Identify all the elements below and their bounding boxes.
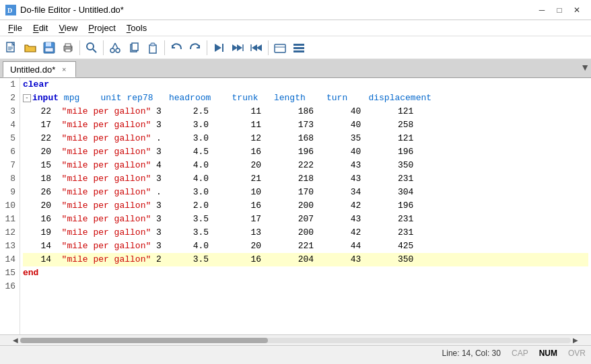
col-header-unit: unit — [100, 92, 121, 105]
code-lines[interactable]: clear - input mpg unit rep78 headroom tr… — [20, 78, 591, 334]
code-line-12: 19 "mile per gallon" 3 3.5 13 200 42 231 — [23, 226, 588, 240]
line-num-2: 2 — [4, 92, 15, 105]
close-button[interactable]: ✕ — [568, 3, 586, 17]
code-container[interactable]: 1 2 3 4 5 6 7 8 9 10 11 12 13 14 15 16 c… — [0, 78, 591, 334]
col-space3 — [153, 92, 169, 105]
status-bar: Line: 14, Col: 30 CAP NUM OVR — [0, 345, 591, 360]
execute-from-button[interactable] — [248, 39, 265, 57]
fold-button-2[interactable]: - — [23, 94, 31, 102]
tab-close-button[interactable]: × — [59, 65, 69, 74]
col-space7 — [347, 92, 368, 105]
line-num-9: 9 — [4, 186, 15, 199]
menu-edit[interactable]: Edit — [28, 22, 53, 34]
menu-view[interactable]: View — [53, 22, 83, 34]
col-space6 — [306, 92, 326, 105]
horizontal-scrollbar[interactable]: ◀ ▶ — [0, 334, 591, 345]
tab-untitled[interactable]: Untitled.do* × — [3, 61, 76, 77]
col-space4 — [211, 92, 232, 105]
window-controls: ─ □ ✕ — [533, 3, 586, 17]
svg-point-15 — [110, 48, 114, 52]
title-bar-left: D Do-file Editor - Untitled.do* — [5, 5, 124, 15]
col-header-rep78: rep78 — [127, 92, 153, 105]
open-file-button[interactable] — [22, 39, 39, 57]
status-cap: CAP — [512, 349, 528, 358]
code-line-11: 16 "mile per gallon" 3 3.5 17 207 43 231 — [23, 213, 588, 226]
keyword-input: input — [32, 92, 59, 105]
status-ovr: OVR — [568, 349, 586, 358]
minimize-button[interactable]: ─ — [533, 3, 551, 17]
svg-marker-30 — [256, 44, 262, 51]
toolbar — [0, 36, 591, 59]
code-line-14: 14 "mile per gallon" 2 3.5 16 204 43 350 — [23, 253, 588, 266]
col-space5 — [258, 92, 274, 105]
line-num-5: 5 — [4, 132, 15, 145]
svg-line-14 — [93, 49, 96, 52]
svg-rect-31 — [275, 44, 285, 52]
window-title: Do-file Editor - Untitled.do* — [20, 5, 124, 15]
status-line-col: Line: 14, Col: 30 — [442, 349, 501, 358]
paste-button[interactable] — [144, 39, 162, 57]
maximize-button[interactable]: □ — [551, 3, 568, 17]
menu-file[interactable]: File — [3, 22, 28, 34]
line-num-4: 4 — [4, 118, 15, 132]
copy-button[interactable] — [125, 39, 143, 57]
svg-line-17 — [112, 43, 115, 48]
code-line-2: - input mpg unit rep78 headroom trunk le… — [23, 92, 588, 105]
execute-to-button[interactable] — [229, 39, 246, 57]
menu-tools[interactable]: Tools — [121, 22, 152, 34]
redo-button[interactable] — [186, 39, 204, 57]
line-num-10: 10 — [4, 199, 15, 213]
svg-rect-22 — [151, 43, 155, 46]
line-num-15: 15 — [4, 266, 15, 280]
code-line-4: 17 "mile per gallon" 3 3.0 11 173 40 258 — [23, 118, 588, 132]
svg-rect-33 — [293, 44, 304, 46]
status-num: NUM — [539, 349, 557, 358]
tabs-scroll-icon[interactable]: ▼ — [580, 62, 590, 73]
find-button[interactable] — [83, 39, 100, 57]
more-button[interactable] — [290, 39, 308, 57]
menu-bar: File Edit View Project Tools — [0, 20, 591, 36]
svg-marker-26 — [237, 44, 242, 51]
code-line-6: 20 "mile per gallon" 3 4.5 16 196 40 196 — [23, 145, 588, 159]
tab-label: Untitled.do* — [10, 65, 55, 75]
code-line-3: 22 "mile per gallon" 3 2.5 11 186 40 121 — [23, 105, 588, 118]
col-header-length: length — [274, 92, 306, 105]
code-line-10: 20 "mile per gallon" 3 2.0 16 200 42 196 — [23, 199, 588, 213]
col-header-displacement: displacement — [368, 92, 431, 105]
svg-rect-7 — [46, 42, 51, 46]
execute-all-button[interactable] — [210, 39, 228, 57]
line-num-13: 13 — [4, 240, 15, 253]
svg-point-16 — [116, 48, 120, 52]
scroll-right-button[interactable]: ▶ — [571, 336, 580, 344]
svg-point-13 — [87, 43, 94, 50]
cut-button[interactable] — [106, 39, 124, 57]
svg-marker-25 — [232, 44, 238, 51]
undo-button[interactable] — [168, 39, 185, 57]
insert-comment-button[interactable] — [271, 39, 289, 57]
svg-text:D: D — [7, 7, 12, 14]
toolbar-separator-2 — [103, 40, 104, 55]
toolbar-separator-1 — [79, 40, 80, 55]
svg-rect-34 — [293, 47, 304, 49]
svg-marker-23 — [215, 44, 221, 52]
menu-project[interactable]: Project — [83, 22, 120, 34]
line-num-8: 8 — [4, 172, 15, 186]
svg-rect-21 — [149, 45, 156, 53]
svg-rect-10 — [65, 44, 71, 46]
svg-marker-29 — [252, 44, 257, 51]
line-num-1: 1 — [4, 78, 15, 92]
app-icon: D — [5, 5, 16, 15]
col-header-headroom: headroom — [169, 92, 211, 105]
new-file-button[interactable] — [3, 39, 20, 57]
print-button[interactable] — [59, 39, 77, 57]
svg-rect-20 — [132, 43, 138, 50]
scroll-left-button[interactable]: ◀ — [11, 336, 20, 344]
line-num-12: 12 — [4, 226, 15, 240]
tabs-bar: Untitled.do* × ▼ — [0, 59, 591, 78]
toolbar-separator-3 — [164, 40, 165, 55]
col-space2 — [122, 92, 127, 105]
scrollbar-thumb[interactable] — [20, 338, 268, 343]
code-line-8: 18 "mile per gallon" 3 4.0 21 218 43 231 — [23, 172, 588, 186]
save-file-button[interactable] — [40, 39, 58, 57]
scrollbar-track[interactable] — [20, 338, 571, 343]
